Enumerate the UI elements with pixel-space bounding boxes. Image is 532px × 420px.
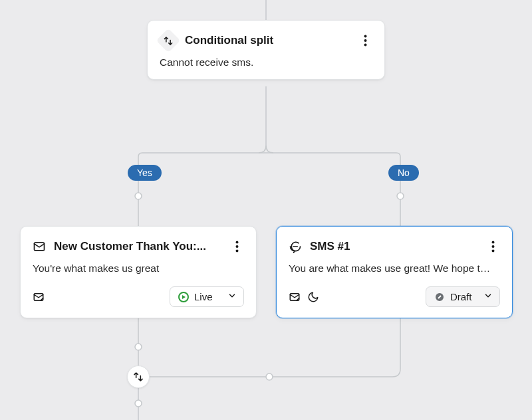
more-vertical-icon xyxy=(235,241,239,253)
svg-point-1 xyxy=(397,193,404,199)
svg-point-10 xyxy=(235,245,238,248)
svg-point-11 xyxy=(235,250,238,253)
more-button[interactable] xyxy=(485,237,500,256)
quiet-hours-icon xyxy=(307,291,319,303)
more-vertical-icon xyxy=(364,35,367,47)
smart-send-icon xyxy=(289,291,301,303)
status-select[interactable]: Draft xyxy=(426,286,500,307)
svg-point-9 xyxy=(235,241,238,244)
status-select[interactable]: Live xyxy=(170,286,244,307)
more-button[interactable] xyxy=(358,31,372,50)
sms-icon xyxy=(289,240,302,253)
split-icon xyxy=(156,29,181,53)
message-preview: You're what makes us great xyxy=(33,262,244,274)
status-label: Live xyxy=(194,291,222,302)
svg-point-5 xyxy=(364,35,366,38)
draft-status-icon xyxy=(434,292,445,302)
branch-label-yes: Yes xyxy=(128,165,162,181)
svg-point-0 xyxy=(135,193,142,199)
svg-point-15 xyxy=(491,245,494,248)
conditional-split-card[interactable]: Conditional split Cannot receive sms. xyxy=(147,20,385,80)
svg-point-16 xyxy=(491,250,494,253)
branch-label-no: No xyxy=(388,165,419,181)
svg-point-7 xyxy=(364,44,366,47)
message-preview: You are what makes use great! We hope t… xyxy=(289,262,500,274)
chevron-down-icon xyxy=(483,291,493,302)
condition-text: Cannot receive sms. xyxy=(160,56,372,68)
merge-node[interactable] xyxy=(127,366,150,388)
more-vertical-icon xyxy=(491,241,495,253)
svg-point-6 xyxy=(364,39,366,42)
card-title: SMS #1 xyxy=(310,240,477,253)
chevron-down-icon xyxy=(227,291,237,302)
svg-point-2 xyxy=(135,344,142,350)
more-button[interactable] xyxy=(229,237,244,256)
live-status-icon xyxy=(178,292,189,302)
card-title: Conditional split xyxy=(185,34,350,47)
mail-icon xyxy=(33,240,46,253)
smart-send-icon xyxy=(33,291,45,303)
email-node-card[interactable]: New Customer Thank You:... You're what m… xyxy=(20,226,257,318)
svg-point-14 xyxy=(491,241,494,244)
svg-point-3 xyxy=(266,373,273,380)
status-label: Draft xyxy=(450,291,478,302)
svg-point-4 xyxy=(135,400,142,407)
merge-icon xyxy=(133,371,144,382)
sms-node-card[interactable]: SMS #1 You are what makes use great! We … xyxy=(276,226,513,318)
card-title: New Customer Thank You:... xyxy=(54,240,221,253)
